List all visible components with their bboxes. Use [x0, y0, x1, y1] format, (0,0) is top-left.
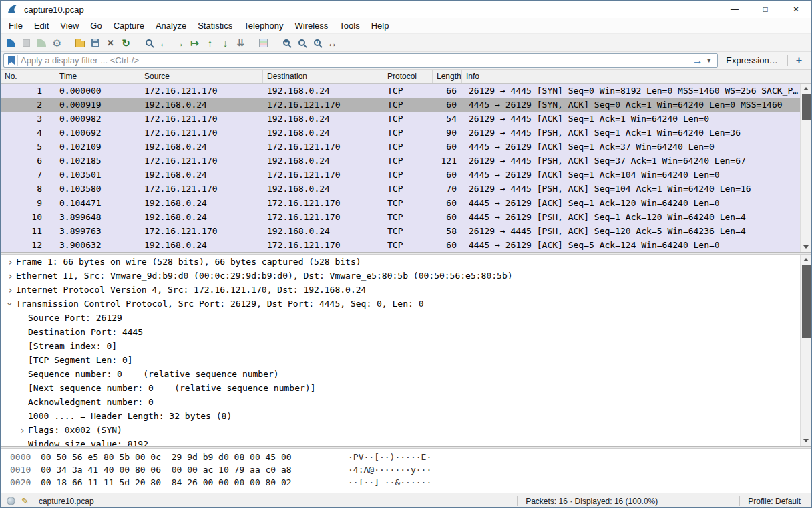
detail-row[interactable]: Transmission Control Protocol, Src Port:…	[1, 297, 800, 311]
details-scrollbar[interactable]	[800, 255, 811, 446]
go-back-button[interactable]	[156, 35, 172, 51]
hex-ascii[interactable]: ··f··] ··&······	[348, 477, 431, 490]
expand-icon[interactable]	[5, 271, 16, 281]
menu-wireless[interactable]: Wireless	[289, 19, 333, 32]
filter-history-dropdown-icon[interactable]	[703, 55, 715, 66]
packet-row[interactable]: 1 0.000000 172.16.121.170 192.168.0.24 T…	[1, 84, 800, 98]
column-header-info[interactable]: Info	[462, 70, 800, 83]
column-header-length[interactable]: Length	[433, 70, 462, 83]
start-capture-button[interactable]	[3, 35, 19, 51]
scroll-up-icon[interactable]	[801, 255, 812, 265]
menu-capture[interactable]: Capture	[108, 19, 150, 32]
column-header-protocol[interactable]: Protocol	[383, 70, 433, 83]
display-filter-field[interactable]	[3, 53, 718, 68]
expression-button[interactable]: Expression…	[718, 54, 784, 67]
packet-row[interactable]: 8 0.103580 172.16.121.170 192.168.0.24 T…	[1, 182, 800, 196]
detail-row[interactable]: Source Port: 26129	[1, 311, 800, 325]
detail-row[interactable]: 1000 .... = Header Length: 32 bytes (8)	[1, 409, 800, 423]
status-profile[interactable]: Profile: Default	[740, 497, 809, 506]
zoom-out-button[interactable]	[294, 35, 309, 51]
scroll-down-icon[interactable]	[801, 436, 812, 446]
hex-row[interactable]: 0020 00 18 66 11 11 5d 20 80 84 26 00 00…	[10, 477, 811, 490]
close-button[interactable]: ✕	[781, 1, 811, 18]
restart-capture-button[interactable]	[34, 35, 49, 51]
detail-row[interactable]: [TCP Segment Len: 0]	[1, 353, 800, 367]
go-last-button[interactable]	[218, 35, 233, 51]
packet-list-scrollbar[interactable]	[800, 84, 811, 252]
apply-filter-icon[interactable]	[692, 55, 703, 66]
scroll-up-icon[interactable]	[801, 84, 812, 94]
column-header-time[interactable]: Time	[55, 70, 140, 83]
expert-info-icon[interactable]	[7, 497, 15, 505]
packet-row[interactable]: 6 0.102185 172.16.121.170 192.168.0.24 T…	[1, 154, 800, 168]
packet-row[interactable]: 5 0.102109 192.168.0.24 172.16.121.170 T…	[1, 140, 800, 154]
column-header-no[interactable]: No.	[1, 70, 55, 83]
scroll-down-icon[interactable]	[801, 242, 812, 252]
filter-bookmark-icon[interactable]	[8, 56, 15, 65]
zoom-original-button[interactable]	[309, 35, 325, 51]
detail-row[interactable]: Destination Port: 4445	[1, 325, 800, 339]
menu-tools[interactable]: Tools	[334, 19, 365, 32]
details-scrollbar-thumb[interactable]	[802, 265, 811, 338]
detail-row[interactable]: Flags: 0x002 (SYN)	[1, 423, 800, 437]
detail-row[interactable]: Frame 1: 66 bytes on wire (528 bits), 66…	[1, 255, 800, 269]
maximize-button[interactable]: □	[750, 1, 781, 18]
detail-row[interactable]: Acknowledgment number: 0	[1, 395, 800, 409]
expand-icon[interactable]	[17, 425, 28, 436]
expand-icon[interactable]	[5, 285, 16, 295]
zoom-in-button[interactable]	[278, 35, 294, 51]
menu-view[interactable]: View	[55, 19, 84, 32]
capture-options-button[interactable]	[49, 35, 65, 51]
add-filter-button[interactable]: +	[791, 55, 807, 67]
detail-row[interactable]: [Stream index: 0]	[1, 339, 800, 353]
packet-row[interactable]: 10 3.899648 192.168.0.24 172.16.121.170 …	[1, 210, 800, 224]
packet-row[interactable]: 7 0.103501 192.168.0.24 172.16.121.170 T…	[1, 168, 800, 182]
hex-bytes[interactable]: 00 18 66 11 11 5d 20 80 84 26 00 00 00 0…	[41, 477, 335, 490]
detail-row[interactable]: [Next sequence number: 0 (relative seque…	[1, 381, 800, 395]
hex-bytes[interactable]: 00 50 56 e5 80 5b 00 0c 29 9d b9 d0 08 0…	[41, 452, 335, 465]
hex-row[interactable]: 0010 00 34 3a 41 40 00 80 06 00 00 ac 10…	[10, 465, 811, 477]
save-file-button[interactable]	[87, 35, 103, 51]
close-file-button[interactable]	[103, 35, 118, 51]
packet-list-scrollbar-thumb[interactable]	[802, 94, 811, 120]
hex-row[interactable]: 0000 00 50 56 e5 80 5b 00 0c 29 9d b9 d0…	[10, 452, 811, 465]
detail-row[interactable]: Internet Protocol Version 4, Src: 172.16…	[1, 283, 800, 297]
packet-row[interactable]: 11 3.899763 172.16.121.170 192.168.0.24 …	[1, 224, 800, 238]
packet-row[interactable]: 9 0.104471 192.168.0.24 172.16.121.170 T…	[1, 196, 800, 210]
minimize-button[interactable]: —	[719, 1, 750, 18]
capture-comment-icon[interactable]	[21, 496, 29, 506]
packet-row[interactable]: 2 0.000919 192.168.0.24 172.16.121.170 T…	[1, 98, 800, 112]
stop-capture-button[interactable]	[19, 35, 34, 51]
go-forward-button[interactable]	[172, 35, 187, 51]
resize-columns-button[interactable]	[325, 35, 340, 51]
display-filter-input[interactable]	[21, 55, 692, 66]
packet-row[interactable]: 12 3.900632 192.168.0.24 172.16.121.170 …	[1, 238, 800, 252]
menu-go[interactable]: Go	[85, 19, 107, 32]
expand-icon[interactable]	[5, 257, 16, 267]
expand-icon[interactable]	[5, 299, 16, 309]
column-header-destination[interactable]: Destination	[263, 70, 383, 83]
menu-help[interactable]: Help	[366, 19, 395, 32]
menu-statistics[interactable]: Statistics	[192, 19, 238, 32]
menu-file[interactable]: File	[3, 19, 28, 32]
packet-row[interactable]: 3 0.000982 172.16.121.170 192.168.0.24 T…	[1, 112, 800, 126]
auto-scroll-button[interactable]	[233, 35, 248, 51]
detail-row[interactable]: Ethernet II, Src: Vmware_9d:b9:d0 (00:0c…	[1, 269, 800, 283]
menu-edit[interactable]: Edit	[29, 19, 54, 32]
hex-bytes[interactable]: 00 34 3a 41 40 00 80 06 00 00 ac 10 79 a…	[41, 465, 335, 477]
menu-analyze[interactable]: Analyze	[150, 19, 192, 32]
column-header-source[interactable]: Source	[140, 70, 263, 83]
menu-telephony[interactable]: Telephony	[238, 19, 288, 32]
colorize-button[interactable]	[256, 35, 271, 51]
reload-file-button[interactable]	[118, 35, 134, 51]
open-file-button[interactable]	[72, 35, 87, 51]
find-packet-button[interactable]	[141, 35, 156, 51]
packet-row[interactable]: 4 0.100692 172.16.121.170 192.168.0.24 T…	[1, 126, 800, 140]
hex-ascii[interactable]: ·PV··[··)·····E·	[348, 452, 431, 465]
hex-ascii[interactable]: ·4:A@·······y···	[348, 465, 431, 477]
detail-row[interactable]: Sequence number: 0 (relative sequence nu…	[1, 367, 800, 381]
go-to-packet-button[interactable]	[187, 35, 202, 51]
go-first-button[interactable]	[202, 35, 218, 51]
packet-protocol: TCP	[383, 184, 433, 194]
detail-row[interactable]: Window size value: 8192	[1, 437, 800, 446]
